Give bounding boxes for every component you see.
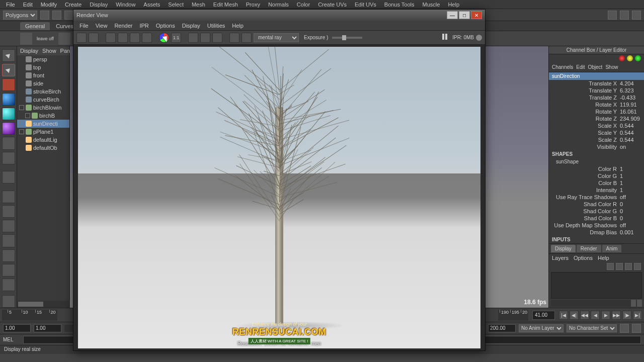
step-fwd-button[interactable]: ▶▶ <box>612 311 621 320</box>
cmdline-mode[interactable]: MEL <box>3 337 23 342</box>
menu-assets[interactable]: Assets <box>139 1 164 9</box>
current-frame-field[interactable]: 41.00 <box>532 311 555 320</box>
attr-value[interactable]: 1 <box>620 173 640 179</box>
menu-modify[interactable]: Modify <box>37 1 61 9</box>
layer-up-icon[interactable] <box>616 263 623 270</box>
play-back-button[interactable]: ◀ <box>591 311 600 320</box>
channel-attr[interactable]: Shad Color B0 <box>549 215 644 222</box>
layer-scroll-right[interactable] <box>637 300 642 307</box>
step-back-button[interactable]: ◀◀ <box>580 311 589 320</box>
manip-x-icon[interactable] <box>619 55 625 61</box>
attr-value[interactable]: 0.001 <box>620 229 640 235</box>
menu-bonustools[interactable]: Bonus Tools <box>380 1 419 9</box>
menu-select[interactable]: Select <box>164 1 188 9</box>
cb-object-name[interactable]: sunDirection <box>549 72 644 80</box>
menu-muscle[interactable]: Muscle <box>419 1 444 9</box>
attr-value[interactable]: on <box>620 144 640 150</box>
channel-attr[interactable]: Use Ray Trace Shadowsoff <box>549 194 644 201</box>
layout-two-v[interactable] <box>2 234 15 247</box>
shelf-tab-general[interactable]: General <box>20 22 50 30</box>
autokey-icon[interactable] <box>620 324 629 333</box>
rv-menu-file[interactable]: File <box>76 22 92 30</box>
rv-render-region-icon[interactable] <box>89 33 99 43</box>
rv-exposure-slider[interactable] <box>332 37 362 39</box>
cb-menu-edit[interactable]: Edit <box>576 64 585 71</box>
rv-menu-view[interactable]: View <box>93 22 111 30</box>
goto-end-button[interactable]: ▶| <box>633 311 642 320</box>
layer-tab-anim[interactable]: Anim <box>602 245 622 252</box>
play-forward-button[interactable]: ▶ <box>601 311 610 320</box>
attr-value[interactable]: 0 <box>620 201 640 207</box>
attr-value[interactable]: 16.061 <box>620 109 640 115</box>
rv-snapshot-icon[interactable] <box>106 33 116 43</box>
manip-y-icon[interactable] <box>627 55 633 61</box>
menu-createuvs[interactable]: Create UVs <box>314 1 351 9</box>
visibility-checkbox[interactable] <box>25 113 30 118</box>
channel-attr[interactable]: Translate X4.204 <box>549 80 644 87</box>
menu-display[interactable]: Display <box>86 1 112 9</box>
range-start2-field[interactable] <box>34 324 61 332</box>
layout-outliner[interactable] <box>2 264 15 277</box>
channel-attr[interactable]: Color R1 <box>549 165 644 172</box>
channel-attr[interactable]: Rotate Z234.909 <box>549 115 644 122</box>
move-tool[interactable] <box>2 93 15 106</box>
rv-renderer-select[interactable]: mental ray <box>254 33 299 42</box>
rv-ipr-icon[interactable] <box>118 33 128 43</box>
rv-display-alpha-icon[interactable] <box>242 33 252 43</box>
panel-toggle-icon[interactable] <box>620 11 629 20</box>
manip-tool[interactable] <box>2 137 15 149</box>
channel-attr[interactable]: Color G1 <box>549 172 644 179</box>
rv-menu-options[interactable]: Options <box>153 22 178 30</box>
render-view-titlebar[interactable]: Render View — □ ✕ <box>73 10 485 21</box>
attr-value[interactable]: 1 <box>620 180 640 186</box>
channel-attr[interactable]: Shad Color G0 <box>549 208 644 215</box>
rv-menu-display[interactable]: Display <box>179 22 203 30</box>
outliner-item[interactable]: birchB <box>17 112 69 120</box>
attr-value[interactable]: 0.544 <box>620 123 640 129</box>
attr-value[interactable]: -0.433 <box>620 95 640 101</box>
rv-refresh-icon[interactable] <box>130 33 140 43</box>
layers-menu-options[interactable]: Options <box>574 255 593 261</box>
outliner-menu-show[interactable]: Show <box>42 48 56 54</box>
paint-tool[interactable] <box>2 78 15 91</box>
layout-single[interactable] <box>2 191 15 203</box>
outliner-scrollbar[interactable] <box>17 301 70 308</box>
rv-menu-ipr[interactable]: IPR <box>136 22 151 30</box>
rotate-tool[interactable] <box>2 108 15 120</box>
rv-info-icon[interactable] <box>229 33 239 43</box>
attr-value[interactable]: 0.544 <box>620 137 640 143</box>
attr-value[interactable]: 119.91 <box>620 102 640 108</box>
channel-attr[interactable]: Intensity1 <box>549 187 644 194</box>
window-close-button[interactable]: ✕ <box>471 11 482 19</box>
rv-remove-image-icon[interactable] <box>200 33 210 43</box>
cb-shape-name[interactable]: sunShape <box>549 158 644 165</box>
attr-value[interactable]: 1 <box>620 166 640 172</box>
menu-help[interactable]: Help <box>444 1 463 9</box>
layout-graph[interactable] <box>2 279 15 291</box>
lasso-tool[interactable] <box>2 64 15 76</box>
menu-window[interactable]: Window <box>112 1 139 9</box>
layout-two-h[interactable] <box>2 220 15 232</box>
layer-new-icon[interactable] <box>607 263 614 270</box>
layer-tab-render[interactable]: Render <box>577 245 601 252</box>
outliner-item[interactable]: defaultLig <box>17 136 69 144</box>
outliner-item[interactable]: persp <box>17 55 69 63</box>
channel-attr[interactable]: Rotate Y16.061 <box>549 108 644 115</box>
time-ruler-right[interactable]: 190 195 20 <box>498 310 528 321</box>
visibility-checkbox[interactable] <box>19 105 24 110</box>
time-ruler-left[interactable]: 5 10 15 20 <box>2 310 57 321</box>
layers-menu-layers[interactable]: Layers <box>552 255 569 261</box>
attr-value[interactable]: 0 <box>620 215 640 221</box>
last-tool[interactable] <box>2 171 15 184</box>
outliner-item[interactable]: pPlane1 <box>17 128 69 136</box>
attr-value[interactable]: 234.909 <box>620 116 640 122</box>
rv-realsize-icon[interactable]: 1:1 <box>171 33 181 43</box>
channel-attr[interactable]: Scale X0.544 <box>549 122 644 129</box>
channel-attr[interactable]: Dmap Bias0.001 <box>549 229 644 236</box>
rv-open-image-icon[interactable] <box>212 33 222 43</box>
tool-settings[interactable] <box>2 295 15 308</box>
manip-z-icon[interactable] <box>635 55 641 61</box>
cb-menu-channels[interactable]: Channels <box>552 64 573 71</box>
step-fwd-key-button[interactable]: |▶ <box>622 311 631 320</box>
layout-persp-outl[interactable] <box>2 249 15 262</box>
